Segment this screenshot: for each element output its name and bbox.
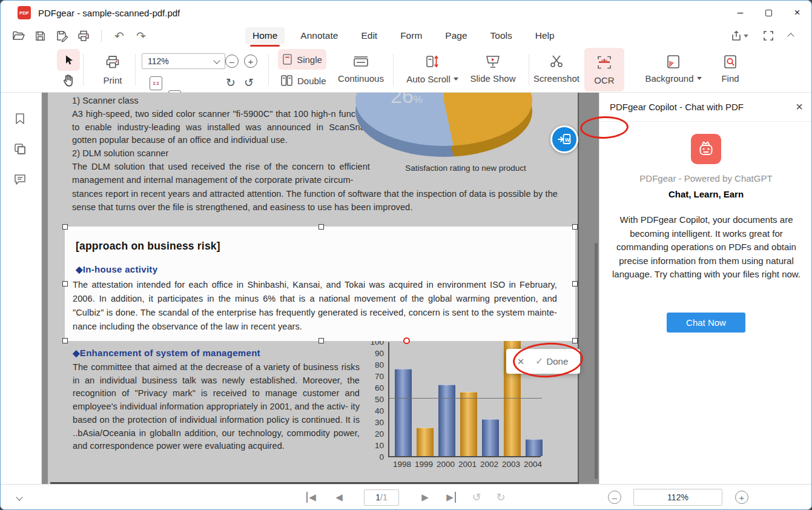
bar-x-label: 2000 [434,460,457,469]
next-page-icon: ▶ [421,492,429,503]
bar [395,369,412,456]
single-page-view-button[interactable]: Single [278,49,326,70]
convert-to-word-button[interactable]: W [550,125,578,153]
status-zoom-box[interactable]: 112% [633,485,722,510]
print-button[interactable]: Print [97,54,128,85]
copilot-panel-header: PDFgear Copilot - Chat with PDF × [599,93,812,122]
collapse-sidebar-button[interactable] [12,485,27,510]
close-button[interactable]: × [783,1,811,25]
find-button[interactable]: Find [715,54,745,84]
zoom-out-button[interactable]: – [225,55,239,68]
continuous-view-button[interactable]: Continuous [337,54,385,84]
document-scrollbar[interactable] [595,243,598,479]
quick-print-button[interactable] [76,28,91,44]
screenshot-button[interactable]: Screenshot [530,54,583,84]
share-caret-icon [744,35,748,38]
selection-body-text: The attestation intended for each office… [73,278,557,334]
tab-annotate[interactable]: Annotate [293,27,345,44]
bar-y-tick: 80 [375,360,384,369]
slide-show-button[interactable]: Slide Show [467,54,519,84]
redo-button[interactable]: ↷ [133,28,149,44]
find-icon [722,54,738,70]
zoom-in-button[interactable]: + [244,55,257,68]
word-convert-icon: W [556,131,573,148]
menu-row: ↶ ↷ Home Annotate Edit Form Page Tools H… [1,25,811,47]
fullscreen-button[interactable] [763,30,774,41]
selection-handle-bottom-left[interactable] [62,338,68,343]
maximize-button[interactable] [754,1,783,25]
selection-handle-top-left[interactable] [62,224,68,230]
gridline-50 [389,398,542,399]
view-history-back-button[interactable]: ↺ [467,485,486,510]
maximize-icon [765,10,772,16]
list-item-title: 1) Scanner class [72,94,370,108]
history-forward-icon: ↻ [496,491,505,504]
copilot-tagline: Chat, Learn, Earn [599,189,812,199]
bar [460,392,477,456]
first-page-button[interactable]: ◀ [302,485,320,510]
tab-form[interactable]: Form [393,27,429,44]
previous-page-button[interactable]: ◀ [330,485,348,510]
copilot-description: With PDFgear Copilot, your documents are… [612,213,800,282]
bar-y-tick: 50 [375,395,384,404]
open-file-button[interactable] [10,28,26,44]
history-back-icon: ↺ [472,491,481,504]
selection-handle-mid-right[interactable] [572,281,578,286]
single-page-icon [282,53,292,65]
ocr-selection-region[interactable]: [approach on business risk] ◆In-house ac… [65,227,575,341]
tab-page[interactable]: Page [438,27,474,44]
status-zoom-in-button[interactable]: + [735,485,748,510]
undo-button[interactable]: ↶ [111,28,127,44]
hand-tool-button[interactable] [61,73,76,89]
view-history-forward-button[interactable]: ↻ [491,485,510,510]
share-icon [730,30,742,42]
minimize-button[interactable]: – [726,1,754,25]
bookmarks-panel-button[interactable] [13,111,27,126]
collapse-toolbar-button[interactable] [788,30,793,41]
auto-scroll-button[interactable]: Auto Scroll [401,54,463,84]
auto-scroll-caret-icon [454,78,458,81]
bar-x-label: 2003 [500,460,523,469]
zoom-level-select[interactable]: 112% [142,53,225,69]
status-zoom-out-button[interactable]: – [608,485,621,510]
window-tools [730,30,793,42]
save-as-button[interactable] [54,28,70,44]
tab-home[interactable]: Home [245,27,285,44]
tab-edit[interactable]: Edit [354,27,385,44]
background-icon [665,54,681,70]
comments-panel-button[interactable] [13,172,27,187]
next-page-button[interactable]: ▶ [416,485,434,510]
save-button[interactable] [32,28,48,44]
chat-now-button[interactable]: Chat Now [667,313,745,333]
last-page-button[interactable]: ▶ [442,485,460,510]
page-number-box[interactable]: 1/1 [364,485,399,510]
rotate-clockwise-button[interactable]: ↻ [226,76,236,90]
tab-help[interactable]: Help [528,27,562,44]
select-tool-button[interactable] [57,49,80,71]
toolbar-separator [135,54,136,85]
background-caret-icon [697,77,702,80]
double-page-view-button[interactable]: Double [280,75,326,87]
actual-size-button[interactable]: 1:1 [150,76,162,90]
svg-text:W: W [565,137,570,143]
selection-handle-top-right[interactable] [572,224,578,230]
selection-heading: [approach on business risk] [76,240,220,253]
actual-size-icon: 1:1 [153,81,159,85]
tab-tools[interactable]: Tools [483,27,520,44]
selection-rotate-handle[interactable] [403,337,410,344]
ocr-button[interactable]: OCR [584,48,624,91]
save-as-icon [55,29,68,42]
selection-handle-mid-left[interactable] [62,281,68,286]
background-button[interactable]: Background [639,54,707,84]
selection-handle-bottom-right[interactable] [572,338,578,343]
bar [526,439,543,457]
thumbnails-panel-button[interactable] [13,142,27,156]
selection-handle-top-center[interactable] [319,224,324,230]
selection-handle-bottom-center[interactable] [319,338,324,343]
share-button[interactable] [730,30,748,42]
close-panel-button[interactable]: × [796,100,803,114]
first-page-icon: ◀ [306,492,316,503]
document-canvas[interactable]: 1) Scanner class A3 high-speed, two side… [42,93,599,485]
rotate-counterclockwise-button[interactable]: ↺ [244,76,254,90]
double-page-icon [280,75,293,87]
